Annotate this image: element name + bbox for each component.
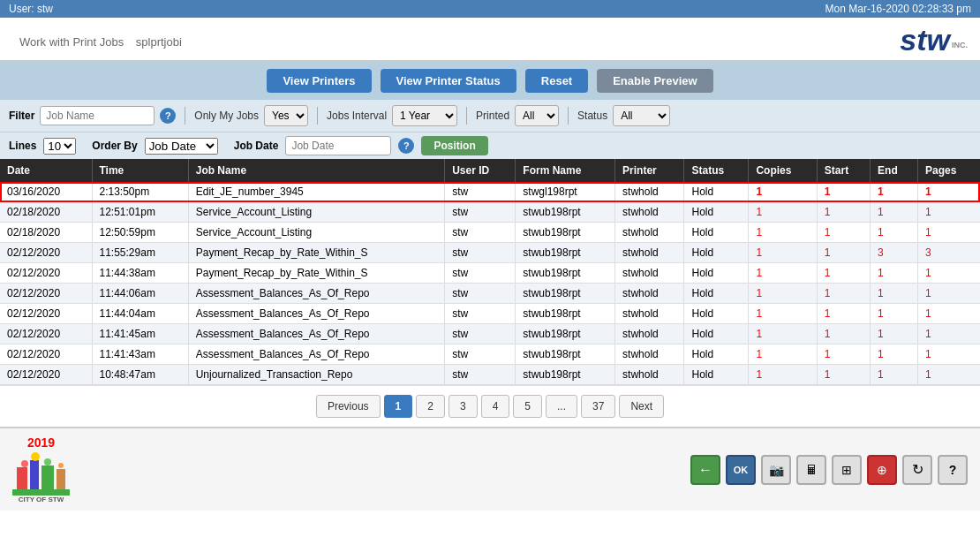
ok-button[interactable]: OK <box>726 455 756 485</box>
page-3-button[interactable]: 3 <box>449 395 478 418</box>
datetime-label: Mon Mar-16-2020 02:28:33 pm <box>825 3 971 15</box>
job-name-input[interactable] <box>40 106 155 125</box>
table-row[interactable]: 02/12/202011:44:06amAssessment_Balances_… <box>0 284 980 304</box>
svg-rect-0 <box>17 467 27 489</box>
table-header-row: Date Time Job Name User ID Form Name Pri… <box>0 159 980 182</box>
view-printer-status-button[interactable]: View Printer Status <box>381 69 516 93</box>
separator2 <box>317 107 318 125</box>
reset-button[interactable]: Reset <box>525 69 588 93</box>
job-name-help-icon[interactable]: ? <box>160 108 176 124</box>
table-row[interactable]: 02/12/202011:55:29amPayment_Recap_by_Rat… <box>0 243 980 263</box>
printed-select[interactable]: All Yes No <box>515 105 559 126</box>
city-icon <box>12 450 70 496</box>
table-row[interactable]: 02/12/202011:41:43amAssessment_Balances_… <box>0 344 980 365</box>
jobs-table: Date Time Job Name User ID Form Name Pri… <box>0 159 980 385</box>
table-row[interactable]: 03/16/20202:13:50pmEdit_JE_number_3945st… <box>0 182 980 202</box>
col-job-name: Job Name <box>188 159 444 182</box>
title-bar: Work with Print Jobs splprtjobi stw INC. <box>0 18 980 62</box>
footer: 2019 CITY OF STW ← OK 📷 🖩 ⊞ ⊕ ↻ ? <box>0 427 980 511</box>
status-select[interactable]: All Hold Ready Saved <box>613 105 670 126</box>
col-start: Start <box>817 159 870 182</box>
top-bar: User: stw Mon Mar-16-2020 02:28:33 pm <box>0 0 980 18</box>
page-ellipsis: ... <box>546 395 577 418</box>
col-copies: Copies <box>749 159 817 182</box>
grid-button[interactable]: ⊞ <box>832 455 862 485</box>
svg-point-5 <box>21 460 28 467</box>
calculator-button[interactable]: 🖩 <box>796 455 826 485</box>
page-37-button[interactable]: 37 <box>581 395 615 418</box>
table-row[interactable]: 02/12/202011:41:45amAssessment_Balances_… <box>0 324 980 344</box>
job-date-help-icon[interactable]: ? <box>398 138 414 154</box>
back-button[interactable]: ← <box>690 455 720 485</box>
lines-row: Lines 5 10 25 50 Order By Job Date Job N… <box>0 132 980 159</box>
logo-inc: INC. <box>952 42 968 49</box>
jobs-interval-select[interactable]: 1 Day 1 Week 1 Month 1 Year <box>392 105 457 126</box>
col-time: Time <box>92 159 188 182</box>
job-date-label: Job Date <box>234 140 279 152</box>
col-end: End <box>871 159 918 182</box>
help-circle-button[interactable]: ⊕ <box>867 455 897 485</box>
col-date: Date <box>0 159 92 182</box>
svg-rect-8 <box>12 489 70 496</box>
col-form-name: Form Name <box>516 159 615 182</box>
printed-label: Printed <box>476 110 509 122</box>
position-button[interactable]: Position <box>421 136 487 155</box>
svg-point-4 <box>31 452 40 461</box>
footer-year: 2019 <box>27 435 55 450</box>
filter-row: Filter ? Only My Jobs Yes No Jobs Interv… <box>0 100 980 132</box>
pagination: Previous 1 2 3 4 5 ... 37 Next <box>0 385 980 427</box>
only-my-jobs-select[interactable]: Yes No <box>264 105 308 126</box>
previous-button[interactable]: Previous <box>316 395 381 418</box>
footer-logo: 2019 CITY OF STW <box>12 435 70 503</box>
jobs-interval-label: Jobs Interval <box>327 110 387 122</box>
order-by-select[interactable]: Job Date Job Name User ID <box>145 138 218 155</box>
page-4-button[interactable]: 4 <box>481 395 510 418</box>
table-body: 03/16/20202:13:50pmEdit_JE_number_3945st… <box>0 182 980 385</box>
col-status: Status <box>684 159 749 182</box>
view-printers-button[interactable]: View Printers <box>267 69 371 93</box>
separator3 <box>466 107 467 125</box>
only-my-jobs-label: Only My Jobs <box>194 110 259 122</box>
table-row[interactable]: 02/18/202012:50:59pmService_Account_List… <box>0 223 980 243</box>
svg-rect-1 <box>30 460 39 489</box>
question-button[interactable]: ? <box>938 455 968 485</box>
col-user-id: User ID <box>445 159 516 182</box>
enable-preview-button[interactable]: Enable Preview <box>597 69 712 93</box>
next-button[interactable]: Next <box>619 395 664 418</box>
table-container: Date Time Job Name User ID Form Name Pri… <box>0 159 980 385</box>
user-label: User: stw <box>9 3 53 15</box>
job-date-input[interactable] <box>285 136 391 155</box>
lines-select[interactable]: 5 10 25 50 <box>43 138 76 155</box>
page-title: Work with Print Jobs splprtjobi <box>12 30 182 50</box>
table-row[interactable]: 02/18/202012:51:01pmService_Account_List… <box>0 202 980 223</box>
camera-button[interactable]: 📷 <box>761 455 791 485</box>
page-5-button[interactable]: 5 <box>513 395 542 418</box>
svg-point-7 <box>58 463 64 468</box>
separator1 <box>185 107 185 125</box>
svg-rect-2 <box>41 465 54 489</box>
lines-label: Lines <box>9 140 36 152</box>
order-by-label: Order By <box>92 140 137 152</box>
table-row[interactable]: 02/12/202011:44:38amPayment_Recap_by_Rat… <box>0 263 980 284</box>
col-pages: Pages <box>917 159 980 182</box>
col-printer: Printer <box>615 159 684 182</box>
stw-logo: stw INC. <box>900 25 968 55</box>
table-row[interactable]: 02/12/202011:44:04amAssessment_Balances_… <box>0 304 980 324</box>
separator4 <box>568 107 569 125</box>
footer-city: CITY OF STW <box>19 496 64 503</box>
refresh-button[interactable]: ↻ <box>902 455 932 485</box>
page-2-button[interactable]: 2 <box>416 395 445 418</box>
logo-text: stw <box>900 25 950 55</box>
svg-point-6 <box>44 458 51 465</box>
status-label: Status <box>577 110 607 122</box>
filter-label: Filter <box>9 110 34 122</box>
page-1-button[interactable]: 1 <box>384 395 413 418</box>
svg-rect-3 <box>57 469 65 489</box>
footer-actions: ← OK 📷 🖩 ⊞ ⊕ ↻ ? <box>690 455 968 485</box>
toolbar: View Printers View Printer Status Reset … <box>0 62 980 100</box>
table-row[interactable]: 02/12/202010:48:47amUnjournalized_Transa… <box>0 365 980 385</box>
